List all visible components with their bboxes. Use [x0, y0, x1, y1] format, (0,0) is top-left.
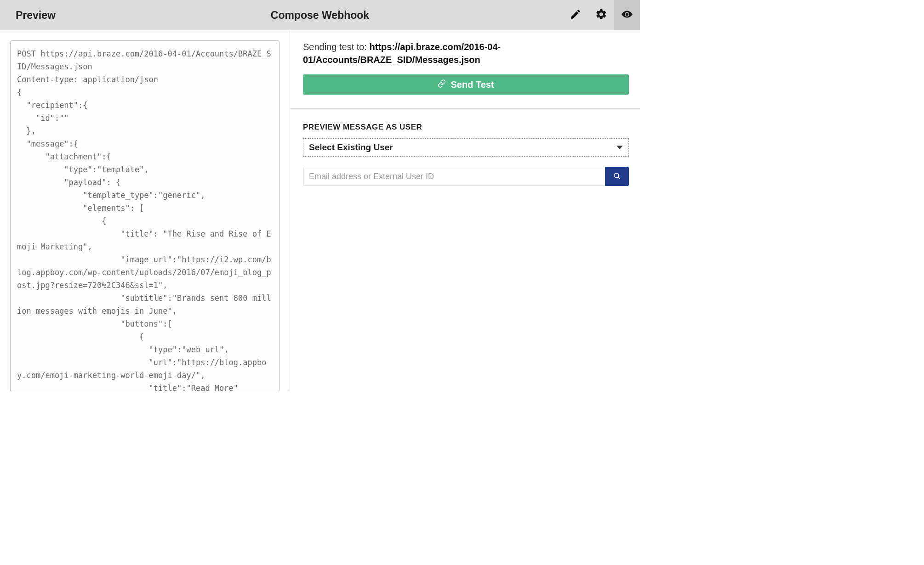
send-test-label: Send Test: [451, 79, 494, 90]
link-icon: [438, 79, 446, 90]
page-title-left: Preview: [0, 9, 56, 22]
app-header: Preview Compose Webhook: [0, 0, 640, 30]
header-actions: [563, 0, 640, 30]
edit-button[interactable]: [563, 0, 588, 30]
svg-point-0: [614, 173, 619, 178]
send-test-button[interactable]: Send Test: [303, 74, 629, 95]
sending-target-row: Sending test to: https://api.braze.com/2…: [303, 30, 629, 74]
page-title-center: Compose Webhook: [271, 9, 369, 22]
user-search-row: [303, 167, 629, 186]
user-search-input[interactable]: [303, 167, 605, 186]
pencil-icon: [570, 8, 582, 22]
user-mode-select-label: Select Existing User: [309, 142, 393, 153]
webhook-request-preview: POST https://api.braze.com/2016-04-01/Ac…: [10, 40, 279, 391]
test-controls-pane: Sending test to: https://api.braze.com/2…: [290, 30, 640, 391]
settings-button[interactable]: [588, 0, 614, 30]
preview-button[interactable]: [614, 0, 640, 30]
search-icon: [613, 172, 621, 181]
user-mode-select[interactable]: Select Existing User: [303, 138, 629, 157]
preview-user-section-title: PREVIEW MESSAGE AS USER: [303, 109, 629, 138]
sending-label: Sending test to:: [303, 42, 370, 52]
chevron-down-icon: [616, 146, 623, 149]
user-search-button[interactable]: [605, 167, 629, 186]
eye-icon: [621, 8, 633, 22]
svg-line-1: [618, 177, 620, 179]
code-preview-pane: POST https://api.braze.com/2016-04-01/Ac…: [0, 30, 290, 391]
content-wrapper: POST https://api.braze.com/2016-04-01/Ac…: [0, 30, 640, 391]
gear-icon: [595, 8, 607, 22]
